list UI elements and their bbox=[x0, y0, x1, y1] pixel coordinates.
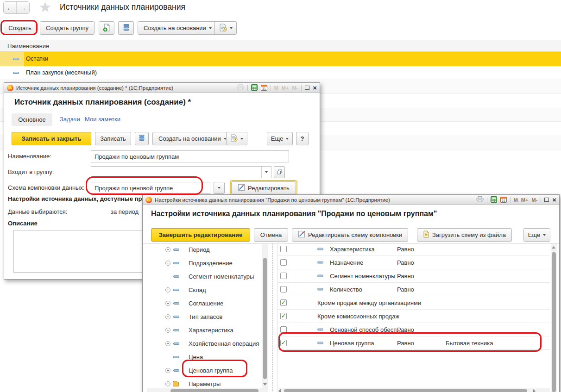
item-dash-icon bbox=[317, 261, 323, 264]
calculator-icon[interactable] bbox=[251, 84, 258, 92]
list-settings-button[interactable] bbox=[118, 21, 134, 35]
close-button[interactable]: × bbox=[552, 196, 556, 203]
tree-item[interactable]: Цена bbox=[147, 350, 262, 364]
tree-item[interactable]: Тип запасов bbox=[147, 310, 262, 324]
create-based-on-button[interactable]: Создать на основании bbox=[138, 21, 218, 35]
memory-button[interactable]: M bbox=[514, 197, 518, 203]
scheme-field[interactable]: Продажи по ценовой группе bbox=[91, 182, 210, 194]
edit-scheme-button[interactable]: Редактировать bbox=[231, 181, 296, 194]
save-button[interactable]: Записать bbox=[95, 132, 131, 145]
memory-button[interactable]: M bbox=[274, 85, 278, 91]
filter-row[interactable]: Количество Равно bbox=[277, 283, 550, 296]
item-dash-icon bbox=[317, 329, 323, 331]
row-checkbox[interactable]: ✓ bbox=[280, 299, 287, 306]
panel-splitter[interactable] bbox=[272, 244, 273, 392]
print-icon[interactable] bbox=[476, 196, 484, 203]
row-checkbox[interactable] bbox=[280, 326, 287, 333]
more-button[interactable]: Еще bbox=[267, 132, 293, 145]
expand-icon[interactable] bbox=[165, 314, 170, 319]
tab-notes[interactable]: Мои заметки bbox=[85, 116, 120, 123]
filters-horizontal-scrollbar[interactable] bbox=[277, 388, 550, 392]
row-checkbox[interactable] bbox=[280, 273, 287, 279]
row-checkbox[interactable] bbox=[280, 286, 287, 292]
create-based-on-button[interactable]: Создать на основании bbox=[152, 132, 233, 145]
row-checkbox[interactable]: ✓ bbox=[280, 313, 287, 319]
tab-tasks[interactable]: Задачи bbox=[60, 116, 80, 123]
favorite-star-icon[interactable] bbox=[39, 2, 51, 13]
maximize-button[interactable] bbox=[305, 86, 309, 90]
scheme-field-value: Продажи по ценовой группе bbox=[95, 185, 173, 192]
list-row[interactable]: План закупок (месячный) bbox=[0, 66, 561, 80]
filters-vertical-scrollbar[interactable] bbox=[551, 244, 557, 392]
maximize-button[interactable] bbox=[544, 198, 549, 202]
calendar-icon[interactable]: 31 bbox=[261, 84, 267, 92]
save-and-close-button[interactable]: Записать и закрыть bbox=[12, 132, 91, 145]
open-in-window-icon bbox=[277, 169, 282, 176]
create-button[interactable]: Создать bbox=[4, 21, 36, 35]
item-dash-icon bbox=[317, 342, 323, 344]
close-button[interactable]: × bbox=[313, 84, 317, 91]
edit-composition-scheme-button[interactable]: Редактировать схему компоновки bbox=[292, 228, 408, 242]
tree-item[interactable]: Соглашение bbox=[147, 297, 262, 310]
finish-editing-button[interactable]: Завершить редактирование bbox=[151, 228, 250, 242]
copy-item-button[interactable] bbox=[99, 21, 114, 35]
load-scheme-button[interactable]: Загрузить схему из файла bbox=[417, 228, 512, 242]
filter-row[interactable]: Сегмент номенклатуры Равно bbox=[277, 269, 550, 283]
row-checkbox[interactable] bbox=[280, 246, 287, 252]
memory-plus-button[interactable]: M+ bbox=[282, 85, 289, 91]
report-history-button[interactable] bbox=[226, 132, 247, 145]
expand-icon[interactable] bbox=[165, 261, 170, 266]
list-row-selected[interactable]: Остатки bbox=[0, 52, 561, 66]
help-button[interactable]: ? bbox=[296, 132, 309, 145]
memory-plus-button[interactable]: M+ bbox=[521, 197, 529, 203]
filter-row[interactable]: ✓ Кроме продаж между организациями bbox=[277, 296, 550, 310]
memory-minus-button[interactable]: M- bbox=[292, 85, 298, 91]
tree-vertical-scrollbar[interactable] bbox=[262, 244, 268, 392]
memory-minus-button[interactable]: M- bbox=[531, 197, 537, 203]
more-label: Еще bbox=[528, 231, 540, 238]
create-group-button[interactable]: Создать группу bbox=[40, 21, 95, 35]
tree-item[interactable]: Подразделение bbox=[147, 256, 262, 270]
group-dropdown-button[interactable] bbox=[261, 167, 268, 178]
forward-button[interactable]: → bbox=[16, 2, 29, 13]
chevron-down-icon bbox=[543, 234, 546, 236]
filter-row[interactable]: ✓ Кроме комиссионных продаж bbox=[277, 310, 550, 323]
tree-item[interactable]: Ценовая группа bbox=[147, 364, 262, 377]
list-settings-button[interactable] bbox=[135, 132, 149, 145]
tree-item[interactable]: Склад bbox=[147, 283, 262, 297]
filter-row[interactable]: Основной способ обесп... Равно bbox=[277, 323, 550, 336]
dialog1-heading: Источник данных планирования (создание) … bbox=[14, 98, 191, 107]
name-field[interactable]: Продажи по ценовым группам bbox=[91, 150, 289, 162]
tab-main[interactable]: Основное bbox=[12, 113, 52, 126]
filter-row[interactable]: Назначение Равно bbox=[277, 256, 550, 269]
expand-icon[interactable] bbox=[165, 328, 170, 333]
tree-item[interactable]: Характеристика bbox=[147, 324, 262, 337]
group-field[interactable] bbox=[91, 166, 271, 178]
back-button[interactable]: ← bbox=[4, 2, 16, 13]
filter-row[interactable]: Характеристика Равно bbox=[277, 244, 550, 256]
tree-item[interactable]: Сегмент номенклатуры bbox=[147, 270, 262, 283]
document-clock-icon bbox=[230, 134, 238, 143]
expand-icon[interactable] bbox=[165, 368, 170, 373]
more-button[interactable]: Еще bbox=[523, 228, 550, 242]
group-open-button[interactable] bbox=[274, 166, 285, 178]
expand-icon[interactable] bbox=[165, 381, 170, 386]
list-row-label: Остатки bbox=[26, 55, 48, 62]
scheme-dropdown-button[interactable] bbox=[214, 182, 225, 194]
tree-horizontal-scrollbar[interactable] bbox=[147, 388, 262, 392]
expand-icon[interactable] bbox=[165, 247, 170, 252]
expand-icon[interactable] bbox=[165, 301, 170, 306]
row-checkbox[interactable] bbox=[280, 259, 287, 266]
report-history-button[interactable] bbox=[214, 21, 237, 35]
cancel-button[interactable]: Отмена bbox=[254, 228, 288, 242]
row-checkbox[interactable]: ✓ bbox=[280, 340, 287, 346]
tree-item[interactable]: Период bbox=[147, 244, 262, 256]
expand-icon[interactable] bbox=[165, 287, 170, 292]
print-icon[interactable] bbox=[237, 84, 244, 91]
filter-row[interactable]: ✓ Ценовая группа Равно Бытовая техника bbox=[277, 336, 550, 350]
expand-icon[interactable] bbox=[165, 341, 170, 346]
calculator-icon[interactable] bbox=[491, 196, 497, 204]
tree-item[interactable]: Хозяйственная операция bbox=[147, 337, 262, 350]
calendar-icon[interactable]: 31 bbox=[500, 196, 507, 204]
row-condition: Равно bbox=[397, 259, 414, 266]
